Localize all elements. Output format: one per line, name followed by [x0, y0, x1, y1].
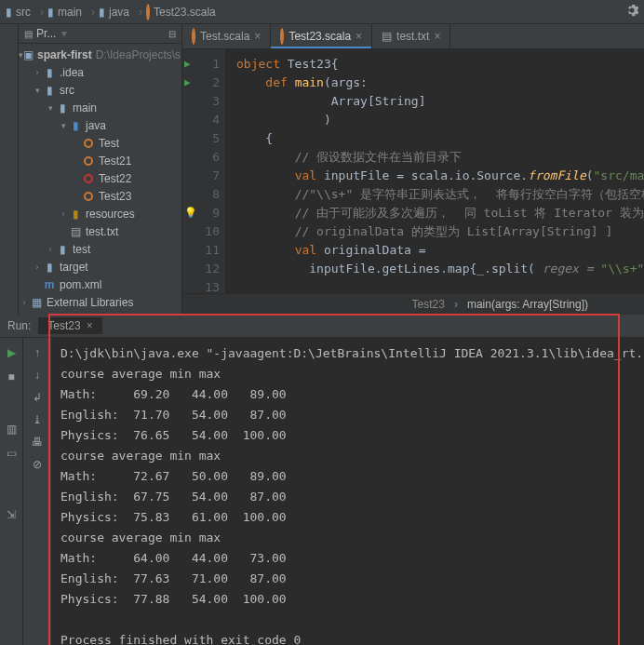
editor-tabs: Test.scala × Test23.scala × ▤ test.txt ×	[182, 24, 644, 49]
bulb-icon[interactable]: 💡	[184, 204, 197, 222]
code-editor[interactable]: object Test23{ def main(args: Array[Stri…	[225, 49, 644, 293]
export-button[interactable]: ⇲	[4, 507, 19, 522]
tree-item-resources[interactable]: ›▮resources	[19, 205, 181, 222]
chevron-right-icon: ›	[139, 6, 142, 19]
text-file-icon: ▤	[382, 30, 392, 43]
run-tool-label: Run:	[7, 319, 31, 332]
tree-item-test21[interactable]: Test21	[19, 152, 181, 169]
folder-icon: ▮	[56, 243, 69, 256]
folder-icon: ▮	[43, 66, 56, 79]
project-path: D:\IdeaProjects\s	[96, 48, 181, 61]
run-gutter-icon[interactable]: ▶	[184, 74, 191, 92]
breadcrumb-class[interactable]: Test23	[412, 298, 445, 311]
tree-item-java[interactable]: ▾▮java	[19, 116, 181, 134]
tree-item-external[interactable]: ›▦External Libraries	[19, 293, 181, 311]
run-tab[interactable]: Test23 ×	[38, 317, 101, 334]
source-folder-icon: ▮	[69, 119, 82, 132]
tree-item-src[interactable]: ▾▮src	[19, 81, 181, 99]
scroll-button[interactable]: ⤓	[30, 412, 45, 427]
scala-file-icon	[280, 30, 284, 43]
close-icon[interactable]: ×	[87, 319, 93, 332]
close-icon[interactable]: ×	[356, 30, 362, 43]
breadcrumb-item[interactable]: ▮ java	[99, 6, 129, 19]
close-icon[interactable]: ×	[434, 30, 440, 43]
chevron-right-icon: ›	[91, 6, 95, 19]
tree-item-test22[interactable]: Test22	[19, 169, 181, 187]
tree-item-testtxt[interactable]: ▤test.txt	[19, 222, 181, 240]
tree-item-main[interactable]: ▾▮main	[19, 99, 181, 116]
tree-item-idea[interactable]: ›▮.idea	[19, 63, 181, 81]
folder-icon: ▮	[99, 6, 105, 19]
run-console[interactable]: D:\jdk\bin\java.exe "-javaagent:D:\JetBr…	[51, 338, 644, 645]
tree-item-testdir[interactable]: ›▮test	[19, 240, 181, 258]
scala-test-icon	[82, 172, 95, 185]
scala-object-icon	[82, 155, 95, 168]
scala-object-icon	[82, 137, 95, 150]
text-file-icon: ▤	[69, 225, 82, 238]
breadcrumb-method[interactable]: main(args: Array[String])	[467, 298, 588, 311]
project-icon: ▤	[24, 29, 33, 39]
folder-icon: ▮	[6, 6, 12, 19]
chevron-right-icon: ›	[40, 6, 44, 19]
collapse-icon[interactable]: ⊟	[168, 29, 176, 39]
scala-file-icon	[192, 30, 195, 43]
up-button[interactable]: ↑	[30, 345, 45, 360]
editor-tab[interactable]: Test.scala ×	[182, 24, 271, 48]
breadcrumb-item[interactable]: Test23.scala	[146, 6, 216, 19]
project-tool-title: Pr...	[36, 27, 56, 40]
run-tool-header: Run: Test23 ×	[0, 315, 644, 337]
soft-wrap-button[interactable]: ↲	[30, 390, 45, 405]
left-tool-strip	[0, 24, 19, 315]
print-button[interactable]: 🖶	[30, 435, 45, 450]
folder-icon: ▮	[43, 84, 56, 97]
maven-icon: m	[43, 278, 56, 291]
editor-tab-active[interactable]: Test23.scala ×	[271, 24, 372, 48]
breadcrumb-item[interactable]: ▮ main	[47, 6, 82, 19]
tree-item-test23[interactable]: Test23	[19, 187, 181, 205]
chevron-down-icon: ▾	[61, 27, 67, 40]
breadcrumb-item[interactable]: ▮ src	[6, 6, 31, 19]
run-toolbar-inner: ↑ ↓ ↲ ⤓ 🖶 ⊘	[22, 338, 51, 645]
editor-area: Test.scala × Test23.scala × ▤ test.txt ×…	[182, 24, 644, 315]
down-button[interactable]: ↓	[30, 368, 45, 383]
layout-button[interactable]: ▥	[4, 422, 19, 437]
clear-button[interactable]: ⊘	[30, 457, 45, 472]
stop-button[interactable]: ■	[4, 370, 19, 384]
editor-tab[interactable]: ▤ test.txt ×	[372, 24, 450, 48]
gear-icon[interactable]	[625, 4, 638, 20]
project-tool-window: ▤ Pr... ▾ ⊟ ▾ ▣ spark-first D:\IdeaProje…	[19, 24, 182, 315]
project-tree: ▾ ▣ spark-first D:\IdeaProjects\s ›▮.ide…	[19, 44, 181, 315]
pin-button[interactable]: ▭	[4, 446, 19, 461]
run-tab-title: Test23	[47, 319, 80, 332]
tree-item-target[interactable]: ›▮target	[19, 258, 181, 275]
libraries-icon: ▦	[30, 296, 43, 309]
tree-root[interactable]: ▾ ▣ spark-first D:\IdeaProjects\s	[19, 46, 181, 63]
tree-item-pom[interactable]: mpom.xml	[19, 275, 181, 293]
run-toolbar-outer: ▶ ■ ▥ ▭ ⇲	[0, 338, 22, 645]
editor-breadcrumb: Test23 › main(args: Array[String])	[182, 293, 644, 315]
folder-icon: ▮	[47, 6, 54, 19]
folder-icon: ▮	[56, 101, 69, 114]
scala-file-icon	[146, 6, 150, 19]
chevron-right-icon: ›	[454, 298, 458, 311]
project-tool-header[interactable]: ▤ Pr... ▾ ⊟	[19, 24, 181, 44]
folder-icon: ▮	[43, 261, 56, 274]
resources-folder-icon: ▮	[69, 208, 82, 221]
rerun-button[interactable]: ▶	[4, 345, 19, 360]
close-icon[interactable]: ×	[254, 30, 261, 43]
run-gutter-icon[interactable]: ▶	[184, 55, 191, 74]
breadcrumb-bar: ▮ src › ▮ main › ▮ java › Test23.scala	[0, 0, 644, 24]
editor-gutter: ▶ ▶ 💡 1 2 3 4 5 6 7 8 9 10 11 12 13	[182, 49, 225, 293]
tree-item-test-scala[interactable]: Test	[19, 134, 181, 152]
module-icon: ▣	[23, 48, 34, 61]
scala-object-icon	[82, 190, 95, 203]
